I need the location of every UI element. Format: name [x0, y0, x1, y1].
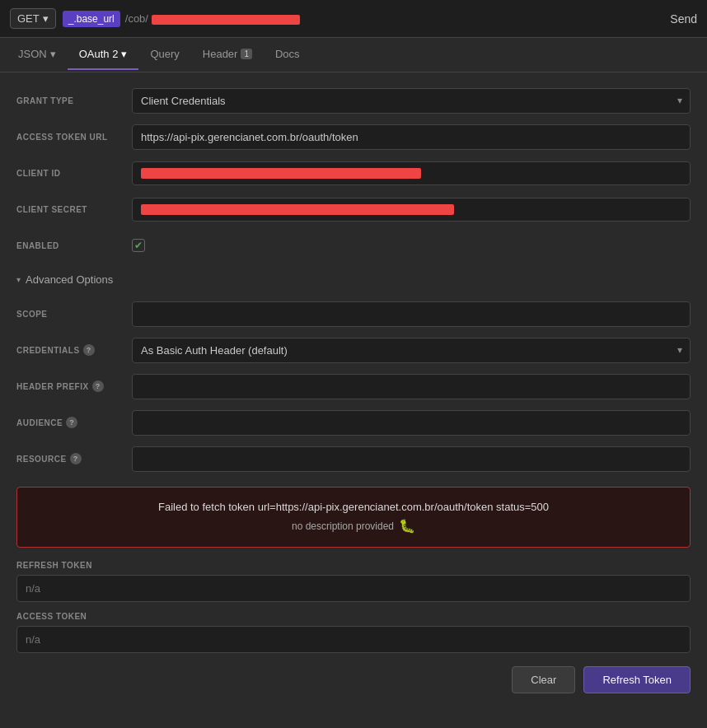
access-token-label: ACCESS TOKEN	[16, 612, 691, 621]
tab-json-arrow: ▾	[50, 48, 56, 60]
tab-query[interactable]: Query	[138, 40, 190, 70]
resource-help-icon[interactable]: ?	[70, 453, 82, 464]
grant-type-row: GRANT TYPE Client Credentials Authorizat…	[16, 86, 691, 115]
tab-json-label: JSON	[18, 48, 47, 60]
header-prefix-help-icon[interactable]: ?	[92, 380, 104, 392]
client-secret-redacted	[141, 204, 454, 215]
access-token-input[interactable]	[16, 626, 691, 653]
client-secret-label: CLIENT SECRET	[16, 205, 132, 214]
tab-docs[interactable]: Docs	[264, 40, 311, 70]
client-id-redacted	[141, 168, 421, 179]
method-label: GET	[17, 12, 40, 25]
tab-header[interactable]: Header 1	[191, 40, 264, 70]
client-id-field[interactable]	[132, 161, 691, 185]
scope-label: SCOPE	[16, 310, 132, 319]
main-content: GRANT TYPE Client Credentials Authorizat…	[0, 72, 707, 713]
clear-button[interactable]: Clear	[512, 666, 575, 693]
resource-row: RESOURCE ?	[16, 444, 691, 474]
tab-oauth2-arrow: ▾	[121, 48, 127, 60]
access-token-url-label: ACCESS TOKEN URL	[16, 133, 132, 142]
bug-icon: 🐛	[399, 518, 415, 534]
access-token-url-input[interactable]	[132, 124, 691, 150]
refresh-token-input[interactable]	[16, 575, 691, 602]
scope-input[interactable]	[132, 301, 691, 327]
credentials-select[interactable]: As Basic Auth Header (default) In Body N…	[132, 338, 691, 363]
error-main-text: Failed to fetch token url=https://api-pi…	[34, 501, 673, 513]
audience-help-icon[interactable]: ?	[66, 417, 77, 428]
error-sub-text: no description provided	[292, 520, 394, 532]
scope-row: SCOPE	[16, 299, 691, 329]
audience-input[interactable]	[132, 410, 691, 436]
enabled-label: ENABLED	[16, 241, 132, 250]
check-icon: ✔	[134, 240, 143, 251]
grant-type-select-wrapper: Client Credentials Authorization Code Im…	[132, 88, 691, 114]
tab-json[interactable]: JSON ▾	[7, 40, 68, 70]
tab-oauth2-label: OAuth 2	[79, 48, 119, 60]
client-secret-row: CLIENT SECRET	[16, 194, 691, 224]
credentials-select-wrapper: As Basic Auth Header (default) In Body N…	[132, 338, 691, 363]
tab-oauth2[interactable]: OAuth 2 ▾	[68, 40, 139, 70]
header-prefix-label: HEADER PREFIX ?	[16, 380, 132, 392]
tab-header-badge: 1	[241, 49, 252, 59]
client-secret-field[interactable]	[132, 198, 691, 222]
credentials-label: CREDENTIALS ?	[16, 344, 132, 356]
credentials-row: CREDENTIALS ? As Basic Auth Header (defa…	[16, 335, 691, 365]
error-sub-row: no description provided 🐛	[34, 518, 673, 534]
access-token-url-row: ACCESS TOKEN URL	[16, 122, 691, 152]
client-id-row: CLIENT ID	[16, 158, 691, 188]
header-prefix-row: HEADER PREFIX ?	[16, 371, 691, 401]
client-id-label: CLIENT ID	[16, 169, 132, 178]
resource-label: RESOURCE ?	[16, 453, 132, 464]
enabled-row: ENABLED ✔	[16, 231, 691, 260]
advanced-options-toggle[interactable]: ▾ Advanced Options	[16, 268, 691, 291]
tab-bar: JSON ▾ OAuth 2 ▾ Query Header 1 Docs	[0, 38, 707, 72]
tab-docs-label: Docs	[275, 48, 300, 60]
method-select[interactable]: GET ▾	[10, 8, 56, 29]
top-bar: GET ▾ _.base_url /cob/ Send	[0, 0, 707, 38]
url-path-redacted	[152, 12, 660, 25]
audience-label: AUDIENCE ?	[16, 417, 132, 428]
resource-input[interactable]	[132, 446, 691, 472]
grant-type-label: GRANT TYPE	[16, 96, 132, 105]
credentials-help-icon[interactable]: ?	[83, 344, 95, 356]
advanced-toggle-label: Advanced Options	[26, 273, 113, 286]
error-box: Failed to fetch token url=https://api-pi…	[16, 487, 691, 548]
header-prefix-input[interactable]	[132, 374, 691, 399]
base-url-tag[interactable]: _.base_url	[63, 11, 120, 27]
url-slash: /cob/	[125, 12, 148, 25]
grant-type-select[interactable]: Client Credentials Authorization Code Im…	[132, 88, 691, 114]
advanced-toggle-arrow-icon: ▾	[16, 275, 21, 284]
bottom-buttons: Clear Refresh Token	[16, 666, 691, 700]
refresh-token-label: REFRESH TOKEN	[16, 561, 691, 570]
tab-header-label: Header	[203, 48, 238, 60]
send-button[interactable]: Send	[670, 12, 697, 26]
audience-row: AUDIENCE ?	[16, 408, 691, 437]
refresh-token-button[interactable]: Refresh Token	[583, 666, 691, 693]
url-row: _.base_url /cob/	[63, 11, 661, 27]
tab-query-label: Query	[150, 48, 179, 60]
method-arrow-icon: ▾	[43, 12, 49, 25]
enabled-checkbox[interactable]: ✔	[132, 239, 145, 252]
